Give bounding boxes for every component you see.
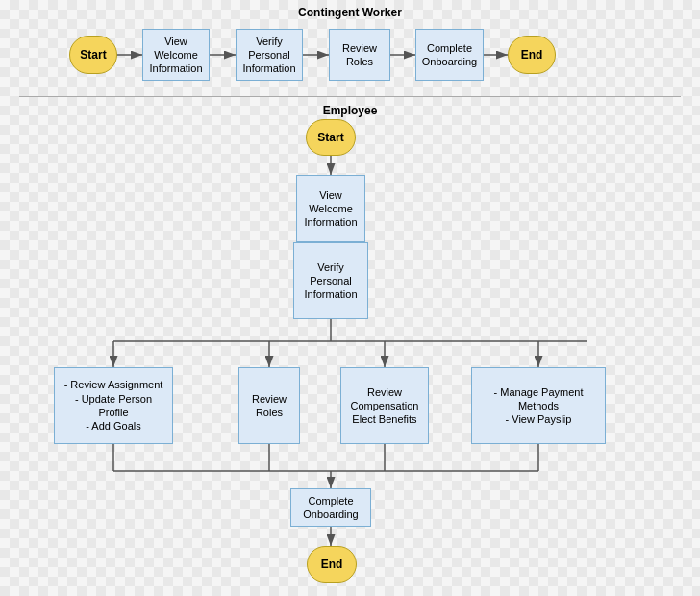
- emp-start-oval: Start: [306, 119, 356, 156]
- emp-verify-box: Verify Personal Information: [293, 242, 368, 319]
- emp-roles-box: Review Roles: [238, 367, 300, 444]
- emp-assign-box: - Review Assignment - Update Person Prof…: [54, 367, 173, 444]
- diagram-elements: Contingent Worker Start View Welcome Inf…: [0, 0, 700, 596]
- emp-welcome-box: View Welcome Information: [296, 175, 365, 242]
- cw-end-oval: End: [508, 36, 556, 74]
- contingent-worker-title: Contingent Worker: [0, 6, 700, 19]
- cw-start-oval: Start: [69, 36, 117, 74]
- section-divider: [19, 96, 681, 97]
- emp-onboarding-box: Complete Onboarding: [290, 488, 371, 527]
- diagram: Contingent Worker Start View Welcome Inf…: [0, 0, 700, 596]
- employee-title: Employee: [0, 104, 700, 117]
- cw-verify-box: Verify Personal Information: [236, 29, 303, 81]
- emp-payment-box: - Manage Payment Methods - View Payslip: [471, 367, 606, 444]
- cw-onboarding-box: Complete Onboarding: [415, 29, 484, 81]
- emp-comp-box: Review Compensation Elect Benefits: [340, 367, 429, 444]
- emp-end-oval: End: [307, 546, 357, 583]
- cw-welcome-box: View Welcome Information: [142, 29, 210, 81]
- cw-roles-box: Review Roles: [329, 29, 390, 81]
